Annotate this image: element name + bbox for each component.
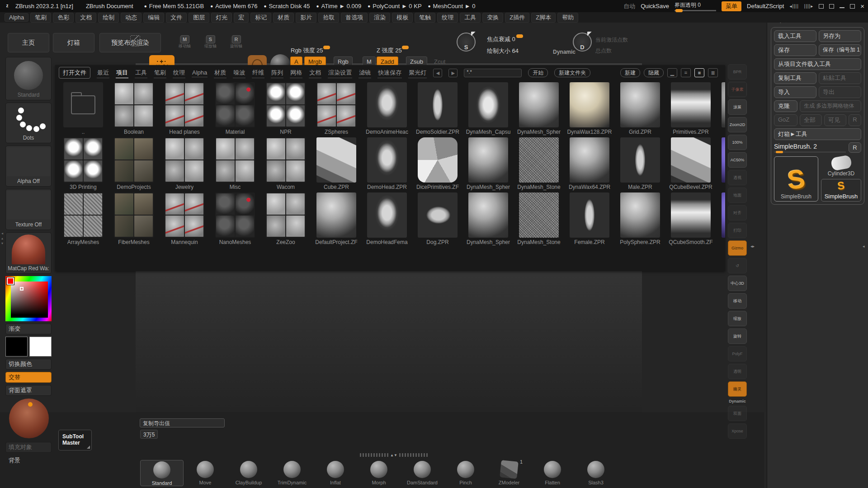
gradient-button[interactable]: 渐变 [5, 324, 52, 334]
tablet-bars-right-icon[interactable]: ||||▸ [804, 4, 813, 9]
menu-item-Z脚本[interactable]: Z脚本 [531, 13, 556, 23]
dock-scrollbar[interactable]: ▲▼ [360, 452, 428, 458]
lightbox-item[interactable]: DynaMesh_Spher [463, 192, 514, 248]
subtool-master-button[interactable]: SubTool Master [58, 430, 92, 450]
goz-all-button[interactable]: 全部 [800, 114, 822, 126]
focal-shift-knob[interactable] [516, 34, 523, 38]
lightbox-new-folder-button[interactable]: 新建文件夹 [554, 68, 590, 77]
color-picker[interactable] [5, 276, 52, 321]
copy-tool-button[interactable]: 复制工具 [774, 72, 816, 84]
dock-arrows[interactable]: ▲▼ [390, 453, 397, 457]
tray-brush-Pinch[interactable]: Pinch [444, 460, 487, 486]
panel-edge-handle[interactable]: ◂ [863, 244, 867, 249]
window-layout2-icon[interactable] [829, 4, 834, 9]
lightbox-item[interactable]: ZSpheres [311, 82, 362, 137]
right-shelf-滚展-button[interactable]: 滚展 [728, 99, 747, 115]
load-from-project-button[interactable]: 从项目文件载入工具 [774, 58, 861, 70]
edit-button[interactable]: Edit [130, 35, 140, 47]
lightbox-item[interactable]: 3D Printing [58, 137, 108, 192]
tray-brush-TrimDynamic[interactable]: TrimDynamic [270, 460, 314, 486]
menu-item-图层[interactable]: 图层 [189, 13, 209, 23]
thumb-size-3-icon[interactable]: ≡ [694, 68, 704, 77]
draw-size-icon[interactable]: D [573, 33, 592, 52]
lightbox-item[interactable]: DynaMesh_Spher [514, 82, 564, 137]
lightbox-item[interactable]: QCu [716, 82, 725, 137]
lightbox-item[interactable]: Primitives.ZPR [665, 82, 716, 137]
lightbox-tab-滤镜[interactable]: 滤镜 [359, 68, 371, 78]
lightbox-item[interactable]: Jewelry [159, 137, 210, 192]
menu-item-渲染[interactable]: 渲染 [369, 13, 390, 23]
right-shelf-BPR-button[interactable]: BPR [728, 64, 747, 80]
menu-toggle-button[interactable]: 菜单 [722, 1, 741, 11]
right-shelf-缩放-button[interactable]: 缩放 [728, 311, 747, 326]
lightbox-tool-button[interactable]: 灯箱►工具 [774, 128, 861, 140]
lightbox-item[interactable]: ZeeZoo [260, 192, 311, 248]
lightbox-item[interactable]: Head planes [159, 82, 210, 137]
color-sphere-picker[interactable] [9, 399, 49, 438]
menu-item-Z插件[interactable]: Z插件 [505, 13, 529, 23]
menu-item-笔触[interactable]: 笔触 [415, 13, 435, 23]
lightbox-item[interactable]: DynaMesh_Stone [514, 192, 564, 248]
save-as-button[interactable]: 另存为 [819, 30, 861, 42]
tool-r-button[interactable]: R [849, 142, 861, 153]
tablet-bars-left-icon[interactable]: ◂|||| [789, 4, 798, 9]
lightbox-item[interactable]: DemoProjects [108, 137, 159, 192]
tray-brush-Morph[interactable]: Morph [357, 460, 401, 486]
current-alpha-thumb[interactable]: Alpha Off [5, 145, 52, 187]
lightbox-tab-网格[interactable]: 网格 [290, 68, 302, 78]
menu-item-笔刷[interactable]: 笔刷 [30, 13, 51, 23]
right-shelf-Zoom2D-button[interactable]: Zoom2D [728, 117, 747, 132]
lightbox-item[interactable]: DemoSoldier.ZPR [412, 82, 463, 137]
lightbox-tab-最近[interactable]: 最近 [97, 68, 109, 78]
tray-brush-Flatten[interactable]: Flatten [531, 460, 574, 486]
focal-shift-icon[interactable]: S [457, 33, 476, 52]
minimize-button[interactable] [840, 5, 844, 8]
dynamic-label[interactable]: Dynamic [553, 49, 576, 55]
make-polymesh-button[interactable]: 生成 多边形网格物体 [800, 100, 861, 112]
menu-item-工具[interactable]: 工具 [460, 13, 481, 23]
thumb-size-4-icon[interactable]: ≣ [708, 68, 718, 77]
lightbox-tab-Alpha[interactable]: Alpha [192, 68, 208, 77]
tray-brush-Standard[interactable]: Standard [140, 460, 184, 486]
secondary-color-swatch[interactable] [29, 337, 52, 357]
right-shelf-↺-button[interactable]: ↺ [728, 258, 747, 273]
primary-color-swatch[interactable] [5, 337, 28, 357]
lightbox-item[interactable]: Wacom [260, 137, 311, 192]
lightbox-item[interactable]: Cube.ZPR [311, 137, 362, 192]
lightbox-item[interactable]: Male.ZPR [615, 137, 665, 192]
right-shelf-旋转-button[interactable]: 旋转 [728, 328, 747, 344]
z-intensity-slider[interactable]: Z 强度 25 [377, 47, 448, 55]
lightbox-prev-button[interactable]: ◀ [433, 69, 442, 77]
thumb-size-1-icon[interactable]: ▁ [667, 68, 677, 77]
lightbox-tab-聚光灯[interactable]: 聚光灯 [408, 68, 427, 78]
tray-brush-ZModeler[interactable]: 1ZModeler [487, 460, 531, 486]
load-tool-button[interactable]: 载入工具 [774, 30, 816, 42]
lightbox-item[interactable]: DicePrimitives.ZF [412, 137, 463, 192]
lightbox-item[interactable]: RS_ [716, 137, 725, 192]
menu-item-绘制[interactable]: 绘制 [98, 13, 119, 23]
menu-item-影片[interactable]: 影片 [296, 13, 316, 23]
menu-item-首选项[interactable]: 首选项 [341, 13, 368, 23]
import-button[interactable]: 导入 [774, 86, 816, 98]
draw-size-slider[interactable]: 绘制大小 64 [487, 47, 550, 55]
background-button[interactable]: 背景 [5, 455, 52, 466]
color-picker-inner[interactable] [11, 282, 48, 318]
lightbox-item[interactable]: DynaWax128.ZPR [564, 82, 615, 137]
right-shelf-PolyF-button[interactable]: PolyF [728, 346, 747, 361]
z-intensity-knob[interactable] [402, 46, 409, 49]
tray-brush-Move[interactable]: Move [184, 460, 227, 486]
backface-mask-button[interactable]: 背面遮罩 [5, 385, 52, 396]
lightbox-item[interactable]: DynaMesh_Stone [514, 137, 564, 192]
lightbox-item[interactable]: Dog.ZPR [412, 192, 463, 248]
tray-brush-Inflat[interactable]: Inflat [314, 460, 357, 486]
lightbox-go-button[interactable]: 开始 [528, 68, 548, 77]
right-shelf-对齐-button[interactable]: 对齐 [728, 205, 747, 221]
lightbox-item[interactable]: DefaultProject.ZF [311, 192, 362, 248]
right-shelf-透视-button[interactable]: 透视 [728, 170, 747, 185]
lightbox-tab-文档[interactable]: 文档 [309, 68, 321, 78]
lightbox-item[interactable]: Material [210, 82, 260, 137]
lightbox-new-button[interactable]: 新建 [620, 68, 640, 77]
right-shelf-打印-button[interactable]: 打印 [728, 223, 747, 238]
close-button[interactable]: × [860, 2, 864, 10]
tray-brush-ClayBuildup[interactable]: ClayBuildup [227, 460, 270, 486]
